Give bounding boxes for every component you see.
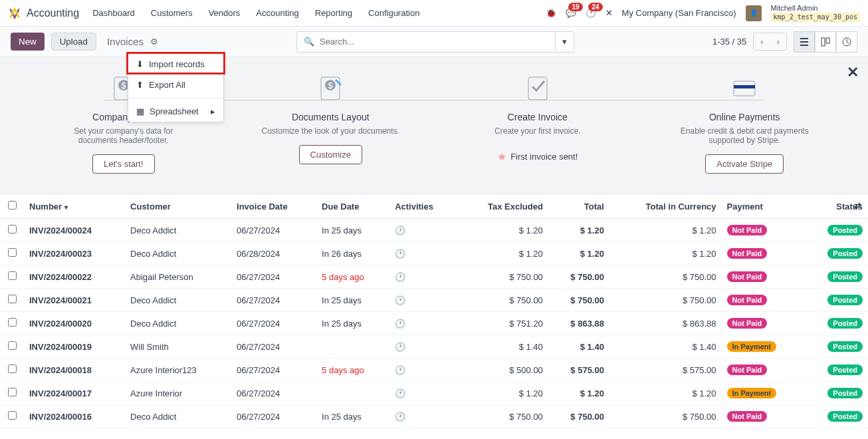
table-row[interactable]: INV/2024/00016Deco Addict06/27/2024In 25… bbox=[0, 405, 868, 428]
col-tax-excluded[interactable]: Tax Excluded bbox=[457, 194, 548, 219]
table-options-icon[interactable]: ⇄ bbox=[854, 201, 861, 211]
cell-status: Posted bbox=[805, 219, 868, 242]
nav-dashboard[interactable]: Dashboard bbox=[92, 8, 135, 18]
table-row[interactable]: INV/2024/00019Will Smith06/27/2024🕐$ 1.4… bbox=[0, 335, 868, 359]
col-total-currency[interactable]: Total in Currency bbox=[609, 194, 722, 219]
select-all-checkbox[interactable] bbox=[8, 201, 17, 210]
dropdown-import-label: Import records bbox=[149, 59, 205, 69]
cell-due-date: In 25 days bbox=[316, 405, 389, 428]
app-name[interactable]: Accounting bbox=[27, 7, 79, 19]
company-selector[interactable]: My Company (San Francisco) bbox=[622, 8, 736, 18]
col-activities[interactable]: Activities bbox=[389, 194, 457, 219]
row-checkbox[interactable] bbox=[8, 388, 17, 396]
dropdown-spreadsheet[interactable]: ▦ Spreadsheet ▸ bbox=[128, 101, 223, 122]
row-checkbox[interactable] bbox=[8, 248, 17, 257]
cell-due-date: 5 days ago bbox=[316, 359, 389, 382]
col-number[interactable]: Number ▾ bbox=[24, 194, 125, 219]
create-invoice-icon bbox=[522, 72, 554, 104]
activate-stripe-button[interactable]: Activate Stripe bbox=[705, 154, 784, 174]
cell-status: Posted bbox=[805, 359, 868, 382]
cell-activity[interactable]: 🕐 bbox=[389, 312, 457, 335]
cell-due-date: In 25 days bbox=[316, 312, 389, 335]
cell-currency: $ 575.00 bbox=[609, 359, 722, 382]
row-checkbox[interactable] bbox=[8, 411, 17, 420]
avatar[interactable]: 👤 bbox=[746, 5, 762, 21]
col-payment[interactable]: Payment bbox=[722, 194, 805, 219]
step-title: Online Payments bbox=[709, 112, 780, 122]
search-dropdown-toggle[interactable]: ▾ bbox=[556, 31, 574, 53]
user-info[interactable]: Mitchell Admin kmp_2_test_may_30_pos bbox=[771, 4, 860, 22]
status-badge: Posted bbox=[827, 411, 863, 422]
pager-text[interactable]: 1-35 / 35 bbox=[712, 37, 746, 47]
col-due-date[interactable]: Due Date bbox=[316, 194, 389, 219]
cell-activity[interactable]: 🕐 bbox=[389, 405, 457, 428]
search-input-wrap[interactable]: 🔍 bbox=[296, 31, 556, 53]
dropdown-export-all[interactable]: ⬆ Export All bbox=[128, 74, 223, 95]
cell-status: Posted bbox=[805, 335, 868, 359]
table-row[interactable]: INV/2024/00022Abigail Peterson06/27/2024… bbox=[0, 265, 868, 289]
cell-activity[interactable]: 🕐 bbox=[389, 382, 457, 405]
cell-activity[interactable]: 🕐 bbox=[389, 335, 457, 359]
row-checkbox[interactable] bbox=[8, 225, 17, 233]
bug-icon[interactable]: 🐞 bbox=[546, 8, 556, 18]
first-invoice-sent: ★First invoice sent! bbox=[497, 150, 578, 163]
row-checkbox[interactable] bbox=[8, 365, 17, 373]
table-row[interactable]: INV/2024/00020Deco Addict06/27/2024In 25… bbox=[0, 312, 868, 335]
documents-layout-icon: $ bbox=[314, 72, 346, 104]
gear-icon[interactable]: ⚙ bbox=[150, 37, 158, 47]
view-list-button[interactable] bbox=[794, 31, 815, 53]
dropdown-import-records[interactable]: ⬇ Import records bbox=[128, 54, 223, 74]
customize-button[interactable]: Customize bbox=[299, 145, 362, 164]
col-status[interactable]: Status ⇄ bbox=[805, 194, 868, 219]
row-checkbox[interactable] bbox=[8, 341, 17, 350]
cell-activity[interactable]: 🕐 bbox=[389, 359, 457, 382]
nav-reporting[interactable]: Reporting bbox=[315, 8, 352, 18]
activities-icon[interactable]: 🕐24 bbox=[586, 8, 596, 18]
dropdown-separator bbox=[128, 98, 223, 98]
status-badge: Posted bbox=[827, 365, 863, 375]
page-prev[interactable]: ‹ bbox=[754, 33, 770, 50]
messages-icon[interactable]: 💬19 bbox=[566, 8, 576, 18]
clock-icon: 🕐 bbox=[395, 249, 405, 259]
table-row[interactable]: INV/2024/00018Azure Interior12306/27/202… bbox=[0, 359, 868, 382]
dropdown-spreadsheet-label: Spreadsheet bbox=[150, 106, 199, 116]
payment-badge: Not Paid bbox=[727, 248, 768, 259]
cell-due-date bbox=[316, 335, 389, 359]
view-pivot-button[interactable] bbox=[836, 31, 857, 53]
col-total[interactable]: Total bbox=[548, 194, 609, 219]
table-row[interactable]: INV/2024/00021Deco Addict06/27/2024In 25… bbox=[0, 289, 868, 312]
cell-activity[interactable]: 🕐 bbox=[389, 289, 457, 312]
status-badge: Posted bbox=[827, 248, 863, 259]
table-row[interactable]: INV/2024/00017Azure Interior06/27/2024🕐$… bbox=[0, 382, 868, 405]
close-onboarding[interactable]: ✕ bbox=[847, 64, 859, 81]
cell-activity[interactable]: 🕐 bbox=[389, 242, 457, 265]
row-checkbox[interactable] bbox=[8, 271, 17, 280]
tools-icon[interactable]: ✕ bbox=[605, 8, 613, 18]
messages-badge: 19 bbox=[568, 3, 582, 11]
table-row[interactable]: INV/2024/00023Deco Addict06/28/2024In 26… bbox=[0, 242, 868, 265]
nav-vendors[interactable]: Vendors bbox=[209, 8, 241, 18]
upload-button[interactable]: Upload bbox=[51, 33, 96, 51]
new-button[interactable]: New bbox=[11, 33, 45, 51]
cell-customer: Deco Addict bbox=[125, 405, 231, 428]
nav-customers[interactable]: Customers bbox=[151, 8, 193, 18]
col-invoice-date[interactable]: Invoice Date bbox=[231, 194, 316, 219]
cell-total: $ 750.00 bbox=[548, 405, 609, 428]
page-next[interactable]: › bbox=[770, 33, 786, 50]
row-checkbox[interactable] bbox=[8, 318, 17, 327]
cell-number: INV/2024/00021 bbox=[24, 289, 125, 312]
table-row[interactable]: INV/2024/00024Deco Addict06/27/2024In 25… bbox=[0, 219, 868, 242]
nav-configuration[interactable]: Configuration bbox=[368, 8, 419, 18]
row-checkbox[interactable] bbox=[8, 295, 17, 303]
cell-activity[interactable]: 🕐 bbox=[389, 265, 457, 289]
col-customer[interactable]: Customer bbox=[125, 194, 231, 219]
nav-accounting[interactable]: Accounting bbox=[256, 8, 298, 18]
search-input[interactable] bbox=[320, 37, 548, 47]
lets-start-button[interactable]: Let's start! bbox=[92, 154, 155, 174]
view-kanban-button[interactable] bbox=[815, 31, 836, 53]
upload-icon: ⬆ bbox=[136, 80, 144, 90]
cell-payment: Not Paid bbox=[722, 405, 805, 428]
cell-activity[interactable]: 🕐 bbox=[389, 219, 457, 242]
cell-currency: $ 1.20 bbox=[609, 219, 722, 242]
cell-status: Posted bbox=[805, 289, 868, 312]
